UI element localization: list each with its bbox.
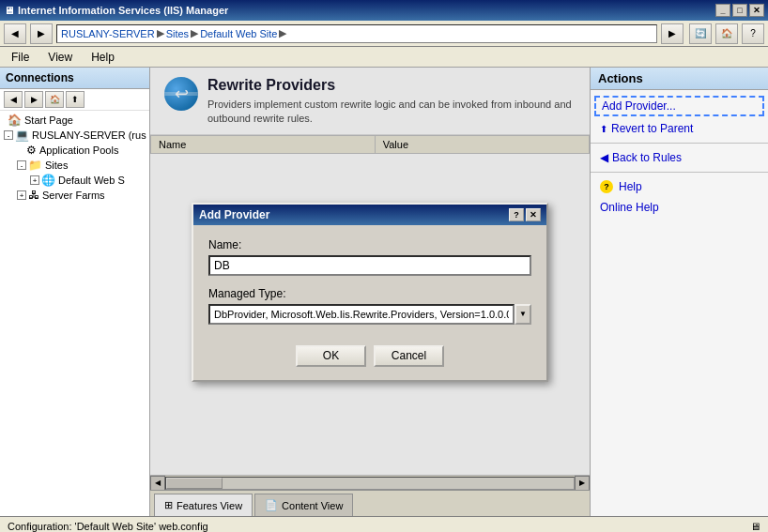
status-icon: 🖥 (750, 521, 760, 532)
managed-type-label: Managed Type: (208, 287, 531, 300)
sites-label: Sites (45, 160, 68, 171)
actions-title: Actions (598, 71, 643, 85)
connections-title: Connections (6, 71, 74, 84)
sites-expand[interactable]: - (17, 160, 26, 170)
add-provider-dialog: Add Provider ? ✕ Name: Managed Type: ▼ (192, 203, 548, 382)
cancel-button[interactable]: Cancel (374, 345, 444, 367)
connections-panel: Connections ◀ ▶ 🏠 ⬆ 🏠 Start Page - 💻 RUS… (0, 68, 150, 516)
action-add-provider[interactable]: Add Provider... (594, 96, 764, 116)
revert-to-parent-label: Revert to Parent (611, 122, 693, 135)
ok-button[interactable]: OK (296, 345, 366, 367)
app-pools-icon: ⚙ (26, 144, 37, 157)
app-pools-label: Application Pools (39, 144, 118, 156)
menu-view[interactable]: View (40, 49, 80, 66)
server-label: RUSLANY-SERVER (rus (32, 129, 146, 141)
minimize-button[interactable]: _ (715, 4, 730, 17)
actions-panel: Actions Add Provider... ⬆ Revert to Pare… (590, 68, 768, 516)
menu-bar: File View Help (0, 47, 768, 68)
default-web-site-label: Default Web S (58, 175, 125, 186)
conn-back-btn[interactable]: ◀ (4, 91, 23, 108)
server-farms-icon: 🖧 (28, 189, 39, 202)
back-button[interactable]: ◀ (4, 23, 26, 44)
default-web-site-expand[interactable]: + (30, 175, 39, 185)
dialog-close-btn[interactable]: ✕ (526, 208, 541, 221)
action-separator-1 (591, 143, 768, 144)
action-revert-to-parent[interactable]: ⬆ Revert to Parent (591, 118, 768, 139)
back-to-rules-icon: ◀ (600, 151, 608, 164)
conn-home-btn[interactable]: 🏠 (45, 91, 64, 108)
conn-forward-btn[interactable]: ▶ (24, 91, 43, 108)
add-provider-label: Add Provider... (602, 99, 676, 113)
name-label: Name: (208, 238, 531, 251)
revert-icon: ⬆ (600, 124, 607, 134)
menu-file[interactable]: File (4, 49, 37, 66)
tree-item-default-web-site[interactable]: + 🌐 Default Web S (2, 173, 147, 188)
app-icon: 🖥 (4, 5, 14, 16)
server-farms-expand[interactable]: + (17, 190, 26, 200)
action-separator-2 (591, 172, 768, 173)
server-expand[interactable]: - (4, 130, 13, 140)
managed-type-input[interactable] (208, 304, 515, 325)
conn-up-btn[interactable]: ⬆ (66, 91, 84, 108)
menu-help[interactable]: Help (84, 49, 122, 66)
title-bar-left: 🖥 Internet Information Services (IIS) Ma… (4, 5, 228, 16)
dialog-titlebar: Add Provider ? ✕ (193, 205, 546, 225)
help-nav-button[interactable]: ? (742, 23, 764, 44)
sites-icon: 📁 (28, 159, 42, 172)
online-help-label: Online Help (600, 201, 659, 214)
title-bar-controls: _ □ ✕ (715, 4, 764, 17)
tree-item-server[interactable]: - 💻 RUSLANY-SERVER (rus (2, 128, 147, 143)
tree-item-sites[interactable]: - 📁 Sites (2, 158, 147, 173)
connections-header: Connections (0, 68, 149, 89)
home-button[interactable]: 🏠 (715, 23, 738, 44)
dialog-body: Name: Managed Type: ▼ (193, 225, 546, 338)
action-online-help[interactable]: Online Help (591, 197, 768, 218)
tree-item-app-pools[interactable]: ⚙ Application Pools (2, 143, 147, 158)
default-web-site-icon: 🌐 (41, 174, 55, 187)
close-button[interactable]: ✕ (749, 4, 764, 17)
forward-button[interactable]: ▶ (30, 23, 53, 44)
dialog-titlebar-buttons: ? ✕ (509, 208, 541, 221)
refresh-button[interactable]: 🔄 (689, 23, 712, 44)
managed-type-dropdown-btn[interactable]: ▼ (515, 304, 531, 325)
connections-toolbar: ◀ ▶ 🏠 ⬆ (0, 89, 149, 111)
dialog-overlay: Add Provider ? ✕ Name: Managed Type: ▼ (150, 68, 590, 516)
action-back-to-rules[interactable]: ◀ Back to Rules (591, 147, 768, 168)
go-button[interactable]: ▶ (661, 23, 684, 44)
actions-header: Actions (591, 68, 768, 90)
dialog-help-btn[interactable]: ? (509, 208, 524, 221)
status-bar: Configuration: 'Default Web Site' web.co… (0, 516, 768, 532)
tree-item-server-farms[interactable]: + 🖧 Server Farms (2, 188, 147, 203)
help-label: Help (619, 180, 642, 193)
connections-tree: 🏠 Start Page - 💻 RUSLANY-SERVER (rus ⚙ A… (0, 111, 149, 516)
status-text: Configuration: 'Default Web Site' web.co… (8, 521, 208, 532)
start-page-icon: 🏠 (8, 114, 22, 127)
start-page-label: Start Page (24, 114, 73, 126)
name-input[interactable] (208, 255, 531, 276)
title-bar: 🖥 Internet Information Services (IIS) Ma… (0, 0, 768, 21)
help-icon: ? (600, 180, 613, 193)
dialog-title: Add Provider (199, 208, 269, 221)
back-to-rules-label: Back to Rules (612, 151, 682, 164)
managed-type-select-wrap: ▼ (208, 304, 531, 325)
dialog-footer: OK Cancel (193, 338, 546, 380)
content-area: ↩ Rewrite Providers Providers implement … (150, 68, 590, 516)
address-input[interactable]: RUSLANY-SERVER ▶ Sites ▶ Default Web Sit… (56, 24, 657, 43)
address-bar: ◀ ▶ RUSLANY-SERVER ▶ Sites ▶ Default Web… (0, 21, 768, 47)
server-farms-label: Server Farms (42, 190, 105, 201)
title-bar-text: Internet Information Services (IIS) Mana… (18, 5, 228, 16)
action-help[interactable]: ? Help (591, 176, 768, 197)
tree-item-start-page[interactable]: 🏠 Start Page (2, 113, 147, 128)
server-icon: 💻 (15, 129, 29, 142)
maximize-button[interactable]: □ (732, 4, 747, 17)
main-layout: Connections ◀ ▶ 🏠 ⬆ 🏠 Start Page - 💻 RUS… (0, 68, 768, 516)
actions-list: Add Provider... ⬆ Revert to Parent ◀ Bac… (591, 90, 768, 221)
